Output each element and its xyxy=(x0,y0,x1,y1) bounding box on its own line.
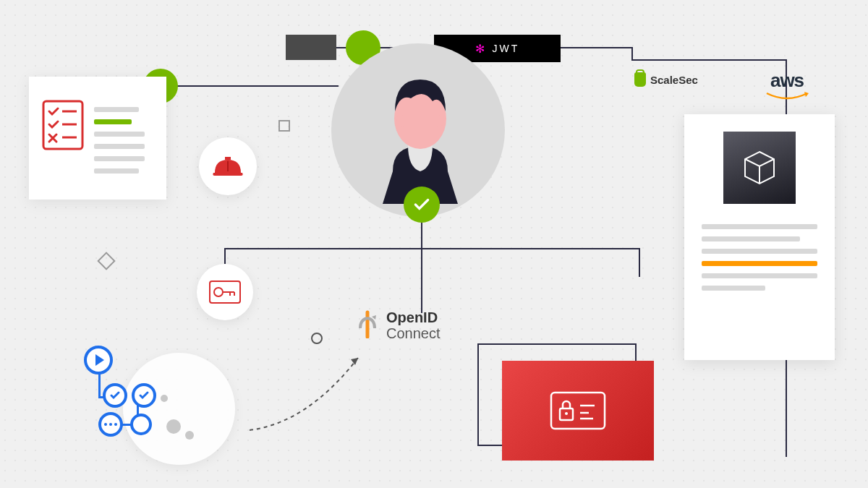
scalesec-label: ScaleSec xyxy=(650,74,698,86)
scalesec-icon xyxy=(634,72,646,87)
scalesec-logo: ScaleSec xyxy=(634,72,698,87)
aws-resource-card xyxy=(684,114,835,360)
connector-line xyxy=(631,47,633,60)
aws-smile-icon xyxy=(765,92,809,102)
deco-square xyxy=(278,120,290,132)
deco-ring xyxy=(311,333,323,344)
connector-line xyxy=(639,248,640,277)
jwt-label: JWT xyxy=(493,43,520,54)
svg-point-13 xyxy=(565,412,568,415)
checklist-icon xyxy=(42,100,84,150)
check-icon xyxy=(412,195,431,214)
connector-line xyxy=(631,59,787,61)
checklist-lines xyxy=(94,107,145,181)
person-avatar xyxy=(360,67,480,204)
github-actions-cluster xyxy=(72,346,253,476)
cube-icon xyxy=(739,147,780,188)
hardhat-node xyxy=(199,137,257,195)
dashed-arrow xyxy=(242,351,373,437)
credentials-card xyxy=(502,361,654,461)
check-icon xyxy=(132,383,156,408)
key-node xyxy=(197,264,253,320)
connector-line xyxy=(224,248,640,249)
svg-point-7 xyxy=(214,288,223,296)
id-lock-icon xyxy=(550,391,606,430)
connector-line xyxy=(421,248,422,313)
dots-icon xyxy=(98,412,123,437)
aws-logo: aws xyxy=(765,69,809,105)
openid-icon xyxy=(356,309,379,338)
connector-line xyxy=(174,85,339,87)
openid-label: OpenID xyxy=(386,309,438,325)
placeholder-box xyxy=(286,35,336,60)
cube-icon-box xyxy=(723,132,796,204)
openid-connect-logo: OpenID Connect xyxy=(356,309,441,341)
openid-connect-label: Connect xyxy=(386,325,441,341)
aws-label: aws xyxy=(765,69,809,92)
check-icon xyxy=(103,383,127,408)
hardhat-icon xyxy=(212,155,244,177)
checkmark-badge xyxy=(404,187,440,223)
key-icon xyxy=(208,280,242,304)
jwt-icon: ✻ xyxy=(475,42,487,56)
play-icon xyxy=(84,346,113,374)
open-circle-icon xyxy=(130,414,152,435)
